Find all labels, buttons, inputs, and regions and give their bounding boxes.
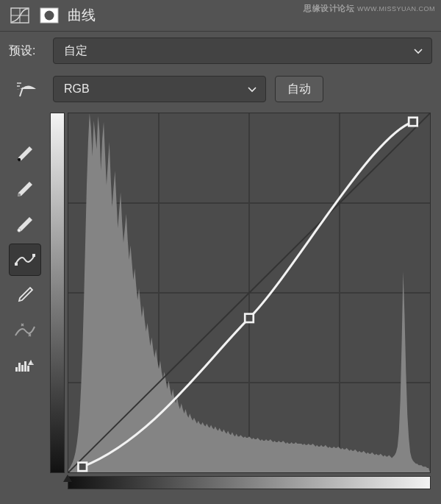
svg-point-9 [18, 229, 21, 232]
curve-control-point[interactable] [78, 463, 87, 471]
channel-row: RGB 自动 [0, 70, 441, 108]
preset-value: 自定 [64, 43, 87, 59]
preset-label: 预设: [9, 43, 44, 59]
panel-title: 曲线 [68, 6, 96, 25]
graph-area [47, 108, 438, 494]
svg-point-4 [45, 11, 54, 21]
histogram-clip-icon[interactable]: ! [9, 349, 41, 382]
eyedropper-black-icon[interactable] [9, 138, 41, 170]
smooth-curve-icon[interactable] [9, 314, 41, 347]
pencil-tool-icon[interactable] [9, 279, 41, 311]
output-gradient [50, 113, 65, 473]
channel-select[interactable]: RGB [53, 76, 266, 102]
chevron-down-icon [414, 44, 423, 57]
mask-icon [38, 6, 60, 25]
input-gradient [68, 476, 431, 489]
eyedropper-gray-icon[interactable] [9, 173, 41, 205]
preset-row: 预设: 自定 [0, 32, 441, 70]
svg-rect-14 [21, 365, 24, 372]
watermark: 思缘设计论坛WWW.MISSYUAN.COM [304, 3, 435, 14]
curve-control-point[interactable] [245, 314, 254, 322]
black-point-slider[interactable] [63, 475, 72, 482]
tool-column: ! [3, 108, 47, 494]
svg-rect-16 [27, 366, 29, 372]
workspace: ! [0, 108, 441, 494]
curve-point-tool-icon[interactable] [9, 244, 41, 276]
svg-point-7 [18, 158, 21, 161]
preset-select[interactable]: 自定 [53, 38, 432, 64]
target-adjust-icon[interactable] [9, 80, 44, 98]
auto-button-label: 自动 [287, 82, 311, 97]
curve-control-point[interactable] [409, 118, 417, 126]
chevron-down-icon [248, 82, 257, 96]
channel-value: RGB [64, 82, 90, 96]
svg-rect-11 [32, 254, 35, 257]
curves-plot[interactable] [68, 113, 431, 473]
svg-rect-12 [15, 367, 18, 372]
auto-button[interactable]: 自动 [275, 76, 323, 102]
svg-rect-10 [15, 263, 18, 266]
svg-rect-13 [18, 363, 21, 372]
curves-adjustment-icon [9, 6, 31, 25]
svg-rect-15 [24, 361, 26, 372]
svg-point-8 [18, 194, 21, 196]
eyedropper-white-icon[interactable] [9, 208, 41, 241]
svg-text:!: ! [32, 360, 33, 365]
